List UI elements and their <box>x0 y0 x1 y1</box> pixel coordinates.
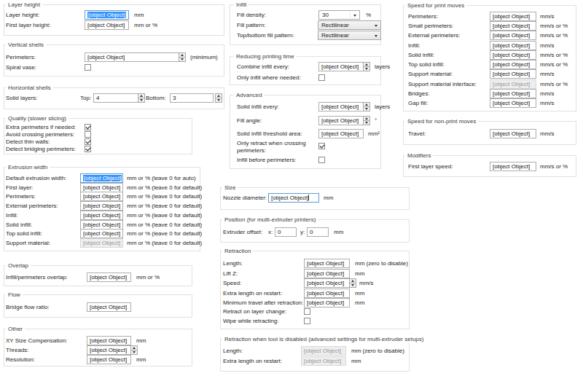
extrusion-width-default-extrusion-width-input[interactable]: [object Object] <box>80 173 123 183</box>
speed-print-support-material-interface-input[interactable]: [object Object] <box>490 79 536 89</box>
advanced-fill-angle-spinner <box>363 116 370 125</box>
speed-print-support-material-interface-label: Support material interface: <box>408 81 477 87</box>
speed-print-gap-fill-input[interactable]: [object Object] <box>490 98 536 108</box>
other-xy-size-compensation-input[interactable]: [object Object] <box>87 336 131 345</box>
speed-print-gap-fill-unit: mm/s <box>540 98 555 108</box>
overlap-infill-perimeters-overlap-unit: mm or % <box>136 273 160 282</box>
retraction-length-input[interactable]: [object Object] <box>304 259 350 268</box>
speed-print-perimeters-input[interactable]: [object Object] <box>490 12 536 21</box>
advanced-solid-infill-threshold-area-input[interactable]: [object Object] <box>318 129 364 138</box>
extrusion-width-support-material-input[interactable]: [object Object] <box>80 238 123 248</box>
other-resolution-unit: mm <box>136 355 146 364</box>
retraction-extra-length-on-restart-input[interactable]: [object Object] <box>304 289 350 298</box>
input-value: [object Object] <box>321 103 359 110</box>
retraction-wipe-while-retracting-checkbox[interactable] <box>304 318 310 324</box>
input-value: [object Object] <box>90 337 127 344</box>
vertical-shells-perimeters-input[interactable]: [object Object] <box>85 52 179 62</box>
infill-top-bottom-fill-pattern-dropdown[interactable]: Rectilinear <box>318 31 381 40</box>
quality-detect-thin-walls-checkbox[interactable] <box>85 138 91 145</box>
advanced-only-retract-when-crossing-perimeters-checkbox[interactable] <box>318 143 325 149</box>
spinner-down-button[interactable] <box>349 283 356 288</box>
speed-print-bridges-unit: mm/s <box>540 89 555 98</box>
input-value: [object Object] <box>87 22 125 28</box>
retraction-extra-length-on-restart-unit: mm <box>355 289 364 298</box>
dropdown-value: 30 <box>322 12 329 18</box>
speed-print-external-perimeters-input[interactable]: [object Object] <box>490 31 536 40</box>
group-title-speed-print: Speed for print moves <box>405 2 466 9</box>
infill-fill-pattern-dropdown[interactable]: Rectilinear <box>318 20 381 30</box>
layer-height-layer-height-unit: mm <box>134 10 144 20</box>
spinner-down-button[interactable] <box>215 98 222 103</box>
horizontal-shells-solid-layers-bottom-input[interactable]: 3 <box>170 93 214 103</box>
flow-bridge-flow-ratio-input[interactable]: [object Object] <box>87 302 131 312</box>
speed-print-infill-input[interactable]: [object Object] <box>490 41 536 50</box>
other-threads-input[interactable]: [object Object] <box>87 345 131 355</box>
size-nozzle-diameter-input[interactable]: [object Object] <box>268 193 319 203</box>
group-title-layer-height: Layer height <box>6 1 42 8</box>
retraction-lift-z-label: Lift Z: <box>223 270 238 277</box>
input-value: [object Object] <box>321 130 359 137</box>
overlap-infill-perimeters-overlap-input[interactable]: [object Object] <box>87 273 131 282</box>
layer-height-first-layer-height-input[interactable]: [object Object] <box>85 20 129 30</box>
extrusion-width-perimeters-input[interactable]: [object Object] <box>80 192 123 201</box>
spinner-down-button[interactable] <box>138 98 145 103</box>
quality-detect-bridging-perimeters-checkbox[interactable] <box>85 146 91 152</box>
modifiers-first-layer-speed-input[interactable]: [object Object] <box>490 162 536 171</box>
speed-print-infill-label: Infill: <box>408 42 420 49</box>
advanced-fill-angle-input[interactable]: [object Object] <box>318 116 364 125</box>
advanced-infill-before-perimeters-checkbox[interactable] <box>318 157 325 163</box>
extrusion-width-infill-input[interactable]: [object Object] <box>80 211 123 220</box>
infill-fill-pattern-label: Fill pattern: <box>237 22 266 28</box>
speed-print-support-material-interface-unit: mm/s or % <box>540 79 568 89</box>
spinner-down-button[interactable] <box>363 106 370 111</box>
position-extruder-offset-x-label: x: <box>268 229 273 235</box>
speed-print-top-solid-infill-input[interactable]: [object Object] <box>490 60 536 69</box>
speed-print-solid-infill-input[interactable]: [object Object] <box>490 50 536 60</box>
quality-extra-perimeters-if-needed-checkbox[interactable] <box>85 124 91 130</box>
other-resolution-input[interactable]: [object Object] <box>87 355 131 364</box>
infill-fill-density-dropdown[interactable]: 30 <box>318 10 360 20</box>
layer-height-layer-height-input[interactable]: [object Object] <box>85 10 129 20</box>
group-title-horizontal-shells: Horizontal shells <box>6 85 53 91</box>
retraction-minimum-travel-after-retraction-input[interactable]: [object Object] <box>304 298 350 307</box>
layer-height-first-layer-height-label: First layer height: <box>6 22 50 28</box>
horizontal-shells-solid-layers-top-input[interactable]: 4 <box>93 93 138 103</box>
speed-print-small-perimeters-input[interactable]: [object Object] <box>490 21 536 31</box>
speed-nonprint-travel-input[interactable]: [object Object] <box>490 129 536 138</box>
speed-print-bridges-label: Bridges: <box>408 90 429 97</box>
speed-print-bridges-input[interactable]: [object Object] <box>490 89 536 98</box>
input-value: [object Object] <box>307 290 344 297</box>
speed-print-top-solid-infill-label: Top solid infill: <box>408 61 445 68</box>
retraction-disabled-length-input[interactable]: [object Object] <box>301 346 346 356</box>
down-arrow-icon <box>217 99 220 101</box>
retraction-retract-on-layer-change-checkbox[interactable] <box>304 308 310 315</box>
spinner-down-button[interactable] <box>363 66 370 71</box>
retraction-disabled-extra-length-on-restart-input[interactable]: [object Object] <box>301 356 346 366</box>
spinner-down-button[interactable] <box>363 120 370 125</box>
quality-avoid-crossing-perimeters-checkbox[interactable] <box>85 131 91 138</box>
reducing-printing-time-combine-infill-every-input[interactable]: [object Object] <box>318 62 364 71</box>
position-extruder-offset-y-input[interactable]: 0 <box>307 227 329 237</box>
input-value: [object Object] <box>321 117 359 124</box>
speed-print-external-perimeters-label: External perimeters: <box>408 32 461 39</box>
reducing-printing-time-only-infill-where-needed-checkbox[interactable] <box>318 74 325 81</box>
extrusion-width-top-solid-infill-input[interactable]: [object Object] <box>80 229 123 238</box>
extrusion-width-perimeters-label: Perimeters: <box>6 193 36 200</box>
speed-nonprint-travel-label: Travel: <box>408 130 426 137</box>
speed-print-support-material-input[interactable]: [object Object] <box>490 69 536 79</box>
retraction-speed-input[interactable]: [object Object] <box>304 278 350 288</box>
retraction-lift-z-input[interactable]: [object Object] <box>304 269 350 278</box>
group-title-vertical-shells: Vertical shells <box>6 42 46 48</box>
input-value: [object Object] <box>83 240 120 246</box>
retraction-disabled-length-unit: mm (zero to disable) <box>351 346 404 356</box>
position-extruder-offset-x-input[interactable]: 0 <box>275 227 297 237</box>
spinner-down-button[interactable] <box>130 350 138 355</box>
advanced-solid-infill-every-input[interactable]: [object Object] <box>318 102 364 111</box>
speed-print-support-material-label: Support material: <box>408 71 453 77</box>
infill-fill-density-label: Fill density: <box>237 12 266 18</box>
checkmark-icon <box>85 124 90 129</box>
extrusion-width-support-material-unit: mm or % (leave 0 for default) <box>127 238 202 248</box>
spinner-down-button[interactable] <box>179 57 186 62</box>
extrusion-width-external-perimeters-input[interactable]: [object Object] <box>80 201 123 211</box>
vertical-shells-spiral-vase-checkbox[interactable] <box>85 64 91 71</box>
